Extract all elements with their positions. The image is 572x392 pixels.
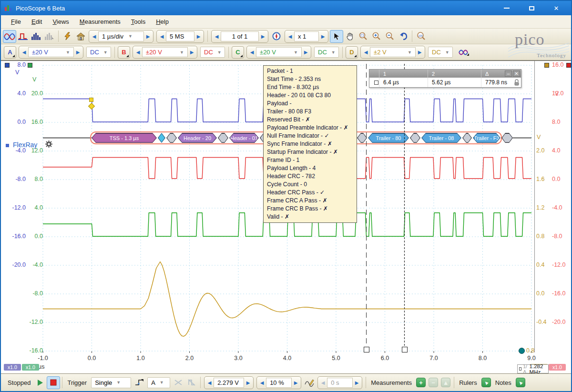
range-up-arrow[interactable]: ▶ [188, 47, 196, 57]
buffer-field[interactable]: 1 of 1 [221, 31, 259, 41]
channel-c-marker[interactable] [28, 63, 32, 68]
buffer-navigator-button[interactable] [270, 30, 283, 43]
scale-badge-c[interactable]: x1.0 [22, 364, 39, 371]
scale-badge-a[interactable]: x1.0 [4, 364, 21, 371]
pretrigger-up-arrow[interactable]: ▶ [292, 378, 300, 388]
undo-zoom-button[interactable] [397, 30, 410, 43]
range-up-arrow[interactable]: ▶ [302, 47, 310, 57]
range-down-arrow[interactable]: ◀ [248, 47, 256, 57]
start-button[interactable] [33, 376, 47, 389]
decode-segment-bss[interactable] [357, 133, 367, 143]
close-button[interactable]: ✕ [550, 4, 562, 12]
trigger-source-select[interactable]: A▼ [147, 377, 170, 388]
posttrigger-up-arrow[interactable]: ▶ [353, 378, 361, 388]
lock-icon[interactable] [514, 79, 520, 86]
legend-close-button[interactable]: ✕ [513, 70, 520, 77]
frequency-readout[interactable]: 1/Δ 1.282 MHz [517, 364, 549, 373]
marquee-zoom-tool[interactable] [357, 30, 370, 43]
scope-view-button[interactable] [3, 30, 16, 43]
maximize-button[interactable] [525, 4, 538, 12]
decode-segment-trailer-f3[interactable]: Trailer - F3 [473, 133, 500, 143]
channel-a-marker[interactable] [5, 63, 10, 68]
math-channels-button[interactable] [457, 46, 470, 59]
trigger-marker-button[interactable] [303, 376, 316, 389]
auto-setup-button[interactable] [61, 30, 74, 43]
menu-measurements[interactable]: Measurements [74, 16, 126, 27]
decode-segment-bss[interactable] [218, 133, 228, 143]
channel-B-button[interactable]: B [118, 46, 130, 59]
range-up-arrow[interactable]: ▶ [416, 47, 424, 57]
legend-minimize-button[interactable]: – [505, 70, 512, 77]
decode-segment-bss[interactable] [166, 133, 177, 143]
persistence-view-button[interactable] [16, 30, 30, 43]
channel-B-range-select[interactable]: ±20 V▼ [142, 47, 188, 57]
notes-button[interactable]: ▲ [516, 378, 525, 387]
channel-C-button[interactable]: C [232, 46, 244, 59]
zoom-in-tool[interactable] [370, 30, 383, 43]
buffer-next-arrow[interactable]: ▶ [259, 31, 267, 41]
trigger-level-field[interactable]: 2.279 V [214, 378, 244, 388]
zoom-out-arrow[interactable]: ◀ [286, 31, 294, 41]
decode-segment-tss-1-3-s[interactable]: TSS - 1.3 µs [92, 133, 157, 143]
range-down-arrow[interactable]: ◀ [362, 47, 370, 57]
minimize-button[interactable] [500, 4, 513, 12]
pretrigger-down-arrow[interactable]: ◀ [258, 378, 266, 388]
channel-d-marker[interactable] [544, 63, 549, 68]
normal-selection-tool[interactable] [330, 30, 343, 43]
decoder-name-label[interactable]: FlexRay [13, 141, 37, 149]
zoom-in-arrow[interactable]: ▶ [319, 31, 327, 41]
channel-A-coupling-select[interactable]: DC▼ [86, 47, 111, 58]
menu-help[interactable]: Help [151, 16, 174, 27]
zoom-out-tool[interactable] [383, 30, 397, 43]
channel-A-button[interactable]: A [4, 46, 16, 59]
timebase-next-arrow[interactable]: ▶ [144, 31, 152, 41]
decode-segment-bss[interactable] [410, 133, 420, 143]
decode-segment-header-01[interactable]: Header - 01 [229, 133, 259, 143]
zoom-100-button[interactable]: 100 [414, 30, 428, 43]
level-up-arrow[interactable]: ▶ [244, 378, 252, 388]
channel-d-level-marker[interactable] [519, 348, 525, 354]
range-down-arrow[interactable]: ◀ [134, 47, 142, 57]
channel-C-range-select[interactable]: ±20 V▼ [256, 47, 302, 57]
pre-trigger-field[interactable]: 10 % [266, 378, 292, 388]
channel-D-range-select[interactable]: ±2 V▼ [370, 47, 416, 57]
menu-file[interactable]: File [6, 16, 26, 27]
timebase-select[interactable]: 1 µs/div▼ [98, 31, 144, 41]
scale-badge-b[interactable]: x1.0 [549, 364, 566, 371]
ruler1-handle[interactable] [402, 347, 408, 352]
scope-display[interactable]: TSS - 1.3 µsHeader - 20Header - 01Header… [1, 60, 571, 373]
trigger-edge-button[interactable] [133, 376, 146, 389]
decode-segment-trailer-08[interactable]: Trailer - 08 [421, 133, 461, 143]
samples-field[interactable]: 5 MS [166, 31, 194, 41]
rulers-button[interactable]: ▲ [481, 378, 491, 387]
add-measurement-button[interactable]: + [416, 378, 426, 387]
channel-D-button[interactable]: D [346, 46, 358, 59]
stop-button[interactable] [47, 376, 60, 389]
channel-B-coupling-select[interactable]: DC▼ [200, 47, 225, 58]
range-up-arrow[interactable]: ▶ [74, 47, 82, 57]
hand-tool[interactable] [343, 30, 357, 43]
zoom-factor-field[interactable]: x 1 [294, 31, 319, 41]
level-down-arrow[interactable]: ◀ [205, 378, 214, 388]
menu-edit[interactable]: Edit [26, 16, 47, 27]
decode-segment-header-20[interactable]: Header - 20 [178, 133, 217, 143]
range-down-arrow[interactable]: ◀ [20, 47, 28, 57]
gear-icon[interactable] [45, 140, 53, 150]
menu-tools[interactable]: Tools [126, 16, 151, 27]
channel-D-coupling-select[interactable]: DC▼ [428, 47, 453, 58]
ruler2-handle[interactable] [364, 347, 369, 352]
menu-views[interactable]: Views [47, 16, 74, 27]
timebase-prev-arrow[interactable]: ◀ [90, 31, 98, 41]
samples-down-arrow[interactable]: ◀ [158, 31, 166, 41]
ruler-handle-icon[interactable] [374, 80, 378, 85]
channel-b-marker[interactable] [566, 63, 571, 68]
decode-segment-bss[interactable] [462, 133, 472, 143]
decode-segment-trailer-80[interactable]: Trailer - 80 [368, 133, 409, 143]
spectrum-view-button[interactable] [30, 30, 43, 43]
trigger-flag-icon[interactable] [89, 98, 93, 102]
channel-C-coupling-select[interactable]: DC▼ [314, 47, 339, 58]
ruler-legend[interactable]: 1 2 Δ – ✕ 6.4 µs 5.62 µs 779.8 ns [369, 69, 521, 88]
channel-A-range-select[interactable]: ±20 V▼ [28, 47, 74, 57]
home-button[interactable] [74, 30, 87, 43]
samples-up-arrow[interactable]: ▶ [194, 31, 203, 41]
